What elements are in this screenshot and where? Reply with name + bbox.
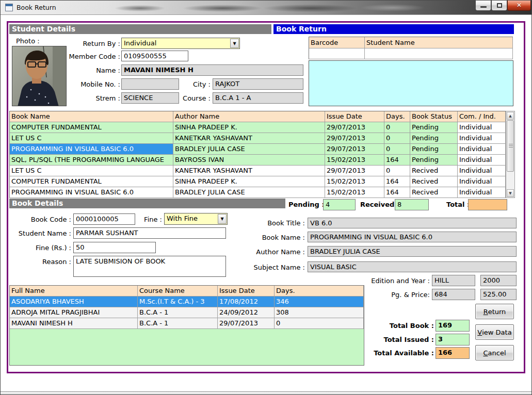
restore-button[interactable]	[491, 1, 507, 11]
selected-cell[interactable]: 17/08/2012	[218, 297, 275, 307]
cancel-button[interactable]: Cancel	[475, 345, 514, 360]
cell[interactable]: BRADLEY JULIA CASE	[173, 144, 325, 155]
cell[interactable]: Individual	[458, 166, 506, 176]
chevron-down-icon[interactable]: ▼	[230, 39, 239, 48]
cell[interactable]: KANETKAR YASHAVANT	[173, 166, 325, 176]
cell[interactable]: 164	[384, 187, 410, 198]
strem-field: SCIENCE	[121, 92, 179, 104]
col-days[interactable]: Days.	[384, 111, 410, 122]
member-code-input[interactable]: 0109500555	[121, 51, 188, 61]
student-name-input[interactable]: PARMAR SUSHANT	[73, 227, 226, 239]
subject-name-label: Subject Name :	[238, 264, 305, 271]
selected-cell[interactable]: M.Sc.(I.T & C.A.) - 3	[138, 297, 218, 307]
col-book-status[interactable]: Book Status	[410, 111, 458, 122]
barcode-empty-cell[interactable]	[309, 48, 365, 59]
book-code-label: Book Code :	[11, 216, 71, 223]
cell[interactable]: 29/07/2013	[325, 122, 384, 133]
col-issue-date[interactable]: Issue Date	[325, 111, 384, 122]
cell[interactable]: 29/07/2013	[325, 144, 384, 155]
scroll-down-icon[interactable]: ▼	[507, 189, 514, 197]
cell[interactable]: 0	[384, 166, 410, 176]
cell[interactable]: Recived	[410, 176, 458, 187]
view-data-button[interactable]: View Data	[475, 324, 514, 340]
cell[interactable]: 308	[275, 307, 364, 318]
books-scrollbar[interactable]: ▲ ▼	[506, 111, 515, 198]
scroll-thumb[interactable]	[507, 120, 514, 172]
reason-textarea[interactable]: LATE SUBMISION OF BOOK	[73, 256, 226, 277]
cell[interactable]: 29/07/2013	[325, 133, 384, 144]
city-field: RAJKOT	[213, 78, 303, 90]
cell[interactable]: Pending	[410, 144, 458, 155]
barcode-column-header[interactable]: Barcode	[309, 37, 365, 48]
cell[interactable]: LET US C	[10, 133, 173, 144]
cell[interactable]: Individual	[458, 122, 506, 133]
cell[interactable]: 0	[384, 144, 410, 155]
cell[interactable]: Recived	[410, 166, 458, 176]
title-bar[interactable]: Book Return	[1, 1, 532, 15]
cell[interactable]: Individual	[458, 176, 506, 187]
cell[interactable]: 0	[384, 133, 410, 144]
student-name-column-header[interactable]: Student Name	[365, 37, 513, 48]
cell[interactable]: 29/07/2013	[325, 166, 384, 176]
col-issue-date[interactable]: Issue Date	[218, 286, 275, 297]
year-field: 2000	[480, 275, 517, 286]
cell[interactable]: Individual	[458, 187, 506, 198]
cell[interactable]: Pending	[410, 122, 458, 133]
selected-cell[interactable]: PROGRAMMING IN VISUAL BASIC 6.0	[10, 144, 173, 155]
fine-select[interactable]: With Fine ▼	[164, 213, 228, 225]
col-book-name[interactable]: Book Name	[10, 111, 173, 122]
cell[interactable]: SINHA PRADEEP K.	[173, 122, 325, 133]
barcode-empty-cell[interactable]	[365, 48, 513, 59]
cell[interactable]: ADROJA MITAL PRAGJIBHAI	[10, 307, 138, 318]
col-author-name[interactable]: Author Name	[173, 111, 325, 122]
minimize-icon	[480, 6, 487, 8]
city-label: City :	[181, 80, 211, 88]
cell[interactable]: 164	[384, 155, 410, 166]
cell[interactable]: 15/02/2013	[325, 176, 384, 187]
cell[interactable]: 0	[384, 122, 410, 133]
col-days[interactable]: Days.	[275, 286, 364, 297]
col-course-name[interactable]: Course Name	[138, 286, 218, 297]
col-com-ind[interactable]: Com. / Ind.	[458, 111, 506, 122]
minimize-button[interactable]	[475, 1, 491, 11]
edition-year-label: Edition and Year :	[357, 277, 430, 285]
cell[interactable]: SINHA PRADEEP K.	[173, 176, 325, 187]
selected-cell[interactable]: 346	[275, 297, 364, 307]
cell[interactable]: 15/02/2013	[325, 187, 384, 198]
cell[interactable]: BRADLEY JULIA CASE	[173, 187, 325, 198]
book-code-input[interactable]: 0000100005	[73, 213, 135, 225]
cell[interactable]: B.C.A - 1	[138, 307, 218, 318]
cell[interactable]: Pending	[410, 133, 458, 144]
cell[interactable]: 164	[384, 176, 410, 187]
mobile-field	[121, 78, 179, 90]
cell[interactable]: COMPUTER FUNDAMENTAL	[10, 176, 173, 187]
mobile-label: Mobile No. :	[43, 80, 120, 88]
return-button[interactable]: Return	[475, 304, 514, 319]
scroll-grip-icon	[509, 144, 513, 148]
cell[interactable]: KANETKAR YASHAVANT	[173, 133, 325, 144]
cell[interactable]: Pending	[410, 155, 458, 166]
cell[interactable]: Individual	[458, 144, 506, 155]
scroll-up-icon[interactable]: ▲	[507, 112, 514, 120]
cell[interactable]: Individual	[458, 133, 506, 144]
course-field: B.C.A 1 - A	[213, 92, 303, 104]
cell[interactable]: 24/09/2012	[218, 307, 275, 318]
fine-rs-input[interactable]: 50	[73, 242, 156, 253]
cell[interactable]: Recived	[410, 187, 458, 198]
selected-cell[interactable]: ASODARIYA BHAVESH	[10, 297, 138, 307]
cell[interactable]: 29/07/2013	[218, 318, 275, 329]
close-button[interactable]: ✕	[507, 1, 531, 11]
cell[interactable]: Individual	[458, 155, 506, 166]
cell[interactable]: MAVANI NIMESH H	[10, 318, 138, 329]
col-full-name[interactable]: Full Name	[10, 286, 138, 297]
cell[interactable]: 15/02/2013	[325, 155, 384, 166]
cell[interactable]: BAYROSS IVAN	[173, 155, 325, 166]
cell[interactable]: COMPUTER FUNDAMENTAL	[10, 122, 173, 133]
cell[interactable]: B.C.A - 1	[138, 318, 218, 329]
cell[interactable]: LET US C	[10, 166, 173, 176]
return-by-select[interactable]: Individual ▼	[121, 38, 240, 49]
cell[interactable]: SQL, PL/SQL (THE PROGRAMMING LANGUAGE	[10, 155, 173, 166]
chevron-down-icon[interactable]: ▼	[218, 214, 227, 224]
fine-rs-label: Fine (Rs.) :	[11, 244, 71, 252]
cell[interactable]: PROGRAMMING IN VISUAL BASIC 6.0	[10, 187, 173, 198]
